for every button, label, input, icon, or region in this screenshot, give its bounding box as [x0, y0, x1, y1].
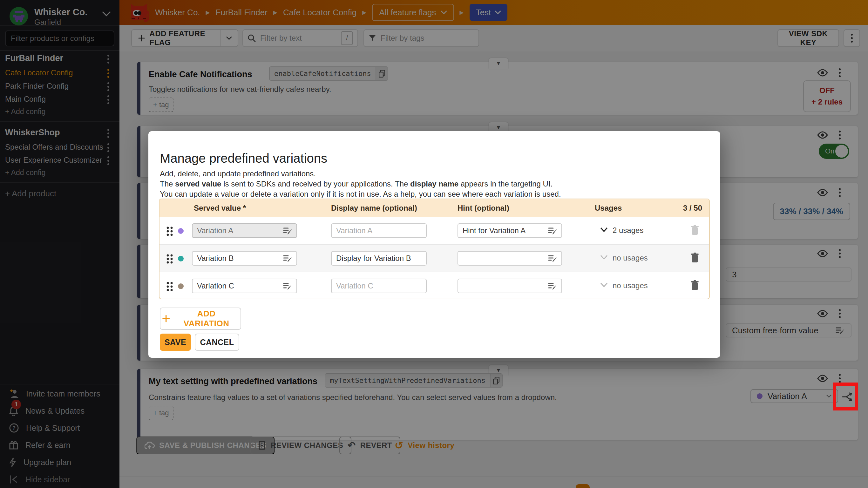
drag-handle-icon[interactable] [166, 226, 173, 236]
usages-count[interactable]: 2 usages [613, 226, 643, 235]
drag-handle-icon[interactable] [166, 282, 173, 291]
annotation-highlight-box [833, 383, 858, 410]
variation-color-dot [178, 256, 184, 262]
variations-table: Served value * Display name (optional) H… [159, 199, 710, 299]
usages-count: no usages [613, 281, 648, 290]
variation-color-dot [178, 283, 184, 289]
modal-title: Manage predefined variations [160, 151, 327, 165]
variation-row-b: no usages [159, 245, 709, 272]
served-value-input[interactable] [192, 279, 297, 293]
variations-table-header: Served value * Display name (optional) H… [159, 199, 709, 217]
usages-expand-icon [600, 282, 608, 287]
display-name-input[interactable] [331, 251, 427, 266]
modal-description-line3: You can update a value or delete a varia… [160, 190, 561, 199]
column-display-name: Display name (optional) [331, 204, 417, 213]
manage-variations-modal: Manage predefined variations Add, delete… [148, 131, 720, 358]
save-button[interactable]: SAVE [160, 334, 191, 351]
usages-expand-icon [600, 255, 608, 260]
usages-count: no usages [613, 253, 648, 263]
hint-input[interactable] [458, 251, 562, 266]
hint-input[interactable] [458, 223, 562, 238]
hint-input[interactable] [458, 279, 562, 293]
display-name-input[interactable] [331, 279, 427, 293]
cancel-button[interactable]: CANCEL [195, 334, 239, 351]
usages-expand-icon[interactable] [600, 227, 608, 232]
add-variation-label: ADD VARIATION [174, 309, 239, 329]
drag-handle-icon[interactable] [166, 254, 173, 264]
modal-description-line1: Add, delete, and update predefined varia… [160, 169, 316, 178]
trash-icon[interactable] [691, 280, 699, 291]
column-usages: Usages [595, 204, 622, 213]
trash-icon[interactable] [691, 252, 699, 263]
modal-description-line2: The served value is sent to SDKs and rec… [160, 180, 553, 188]
column-served-value: Served value * [194, 204, 246, 213]
trash-icon [691, 224, 699, 236]
served-value-input[interactable] [192, 251, 297, 266]
column-hint: Hint (optional) [458, 204, 509, 213]
variation-color-dot [178, 228, 184, 234]
display-name-input[interactable] [331, 223, 427, 238]
variation-row-a: 2 usages [159, 217, 709, 245]
add-variation-button[interactable]: ADD VARIATION [160, 308, 241, 330]
variation-row-c: no usages [159, 272, 709, 299]
served-value-input[interactable] [192, 223, 297, 238]
plus-icon [162, 315, 170, 323]
variations-counter: 3 / 50 [683, 204, 702, 213]
